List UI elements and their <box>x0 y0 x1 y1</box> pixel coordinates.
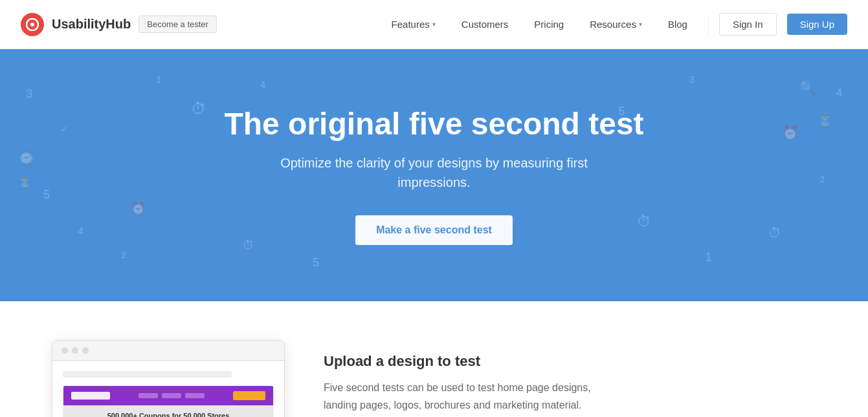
deco-r-clock: ⏰ <box>781 125 799 142</box>
nav-divider <box>708 15 709 34</box>
hero-title: The original five second test <box>224 106 643 142</box>
deco-stopwatch1: ⏱ <box>243 239 254 252</box>
navbar: UsabilityHub Become a tester Features ▾ … <box>0 0 868 49</box>
logo-icon <box>21 13 44 36</box>
browser-mockup: 500,000+ Coupons for 50,000 Stores <box>52 340 285 417</box>
inner-site-hero: 500,000+ Coupons for 50,000 Stores <box>63 405 273 417</box>
nav-link-pricing[interactable]: Pricing <box>524 14 574 35</box>
nav-links: Features ▾ Customers Pricing Resources ▾… <box>381 13 847 36</box>
deco-6: 1 <box>156 74 161 85</box>
inner-nav-item-2 <box>162 393 181 398</box>
logo-area: UsabilityHub Become a tester <box>21 13 217 36</box>
deco-magnify-icon: 🔍 <box>799 80 816 96</box>
logo-svg <box>26 18 39 31</box>
inner-nav-item-1 <box>139 393 158 398</box>
deco-4: 4 <box>78 226 83 236</box>
logo-text: UsabilityHub <box>52 17 131 32</box>
text-content: Upload a design to test Five second test… <box>324 340 816 417</box>
deco-3: 5 <box>43 188 50 202</box>
resources-chevron-icon: ▾ <box>639 21 642 28</box>
upload-body: Five second tests can be used to test ho… <box>324 379 595 417</box>
deco-r1: 4 <box>836 87 842 99</box>
features-chevron-icon: ▾ <box>432 21 436 28</box>
browser-dot-3 <box>82 347 89 354</box>
deco-1: 3 <box>26 87 32 101</box>
deco-hourglass2: ⏳ <box>817 112 833 128</box>
nav-link-customers[interactable]: Customers <box>451 14 519 35</box>
browser-dot-2 <box>72 347 78 354</box>
deco-clock2: ⏰ <box>130 200 146 216</box>
sign-up-button[interactable]: Sign Up <box>787 14 847 35</box>
nav-link-features[interactable]: Features ▾ <box>381 14 446 35</box>
deco-5: 2 <box>122 251 126 260</box>
inner-site-search-btn <box>233 391 265 400</box>
inner-site-nav <box>139 393 205 398</box>
browser-dot-1 <box>61 347 68 354</box>
hero-section: 3 ✓ 5 4 2 1 ⏱ ⏰ ⏱ 4 5 4 ⏰ 2 ⏱ 1 3 5 ⏱ ⌚ … <box>0 49 868 301</box>
deco-7: 4 <box>260 80 265 90</box>
deco-hourglass1: ⏳ <box>17 175 32 189</box>
deco-2: ✓ <box>61 125 67 134</box>
screenshot-area: 500,000+ Coupons for 50,000 Stores <box>52 340 285 417</box>
deco-r-stopwatch: ⏱ <box>637 213 651 230</box>
become-tester-button[interactable]: Become a tester <box>139 16 217 33</box>
browser-bar <box>52 341 284 361</box>
browser-nav-bar <box>63 371 232 378</box>
sign-in-button[interactable]: Sign In <box>719 13 777 36</box>
content-section: 500,000+ Coupons for 50,000 Stores <box>0 301 868 417</box>
nav-link-blog[interactable]: Blog <box>658 14 698 35</box>
inner-website: 500,000+ Coupons for 50,000 Stores <box>63 385 274 417</box>
inner-site-title: 500,000+ Coupons for 50,000 Stores <box>70 412 267 417</box>
deco-r5: 3 <box>689 74 695 85</box>
deco-r3: ⏱ <box>768 226 781 241</box>
nav-link-resources[interactable]: Resources ▾ <box>579 14 652 35</box>
deco-watch-icon: ⌚ <box>17 150 35 167</box>
browser-content: 500,000+ Coupons for 50,000 Stores <box>52 361 284 417</box>
inner-nav-item-3 <box>185 393 205 398</box>
upload-heading: Upload a design to test <box>324 353 816 370</box>
hero-cta-button[interactable]: Make a five second test <box>355 215 513 245</box>
deco-r4: 1 <box>706 251 712 264</box>
hero-subtitle: Optimize the clarity of your designs by … <box>273 153 596 192</box>
inner-site-logo <box>71 392 110 400</box>
svg-point-1 <box>30 23 34 27</box>
deco-r2: 2 <box>820 175 825 184</box>
deco-clock1: ⏱ <box>191 100 206 118</box>
inner-site-header <box>63 386 273 405</box>
deco-8: 5 <box>313 256 319 270</box>
